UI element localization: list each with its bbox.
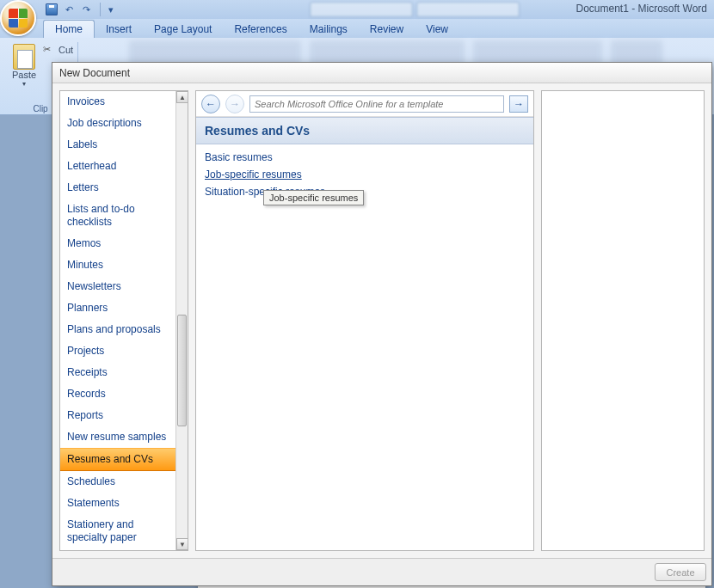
arrow-right-icon: → xyxy=(514,98,524,110)
category-item[interactable]: Time sheets xyxy=(60,548,175,550)
category-item[interactable]: Planners xyxy=(60,297,175,319)
category-item[interactable]: Projects xyxy=(60,340,175,362)
template-subcategory-list: Basic resumesJob-specific resumesSituati… xyxy=(196,144,533,205)
category-item[interactable]: Reports xyxy=(60,405,175,426)
scissors-icon: ✂ xyxy=(43,44,55,56)
paste-label: Paste xyxy=(12,70,36,80)
tab-insert[interactable]: Insert xyxy=(95,21,143,38)
scroll-down-button[interactable]: ▼ xyxy=(176,538,188,550)
template-toolbar: ← → → xyxy=(196,91,533,117)
new-document-dialog: New Document InvoicesJob descriptionsLab… xyxy=(52,62,712,586)
dialog-footer: Create xyxy=(52,558,711,585)
tab-review[interactable]: Review xyxy=(359,21,415,38)
template-category-sidebar: InvoicesJob descriptionsLabelsLetterhead… xyxy=(59,90,188,551)
qat-customize[interactable]: ▾ xyxy=(102,1,120,18)
paste-button[interactable]: Paste ▾ xyxy=(8,42,40,88)
office-logo-icon xyxy=(9,9,28,28)
sidebar-scrollbar[interactable]: ▲ ▼ xyxy=(175,91,188,550)
template-subcategory-link[interactable]: Basic resumes xyxy=(205,151,273,163)
tab-references[interactable]: References xyxy=(223,21,298,38)
template-subcategory-link[interactable]: Job-specific resumes xyxy=(205,168,302,181)
category-item[interactable]: Newsletters xyxy=(60,276,175,297)
window-title: Document1 - Microsoft Word xyxy=(576,3,708,15)
save-icon xyxy=(46,3,58,15)
qat-separator xyxy=(96,3,101,16)
category-item[interactable]: Minutes xyxy=(60,254,175,276)
category-item[interactable]: New resume samples xyxy=(60,426,175,448)
search-go-button[interactable]: → xyxy=(509,95,528,113)
tab-page-layout[interactable]: Page Layout xyxy=(143,21,223,38)
ribbon-tabs: Home Insert Page Layout References Maili… xyxy=(0,19,714,38)
cut-label: Cut xyxy=(58,45,73,55)
category-item[interactable]: Schedules xyxy=(60,471,175,493)
category-item[interactable]: Letterhead xyxy=(60,156,175,177)
qat-undo[interactable]: ↶ xyxy=(60,1,77,18)
arrow-right-icon: → xyxy=(230,98,240,110)
category-item[interactable]: Statements xyxy=(60,493,175,514)
category-item[interactable]: Lists and to-do checklists xyxy=(60,199,175,233)
category-item[interactable]: Receipts xyxy=(60,362,175,383)
category-item[interactable]: Stationery and specialty paper xyxy=(60,514,175,548)
category-item[interactable]: Letters xyxy=(60,177,175,199)
template-search-input[interactable] xyxy=(249,95,504,113)
create-button[interactable]: Create xyxy=(655,563,706,581)
qat-save[interactable] xyxy=(43,1,60,18)
titlebar: ↶ ↷ ▾ Document1 - Microsoft Word xyxy=(0,0,714,19)
category-item[interactable]: Resumes and CVs xyxy=(60,448,175,471)
tab-home[interactable]: Home xyxy=(43,20,95,38)
tooltip: Job-specific resumes xyxy=(263,190,364,205)
tab-view[interactable]: View xyxy=(415,21,459,38)
category-item[interactable]: Plans and proposals xyxy=(60,319,175,340)
scroll-up-button[interactable]: ▲ xyxy=(176,91,188,103)
scroll-thumb[interactable] xyxy=(177,315,187,426)
dialog-body: InvoicesJob descriptionsLabelsLetterhead… xyxy=(52,83,711,558)
cut-button[interactable]: ✂ Cut xyxy=(43,44,73,56)
quick-access-toolbar: ↶ ↷ ▾ xyxy=(43,0,120,19)
arrow-left-icon: ← xyxy=(206,98,216,110)
nav-back-button[interactable]: ← xyxy=(201,95,220,113)
template-main-pane: ← → → Resumes and CVs Basic resumesJob-s… xyxy=(195,90,534,551)
category-item[interactable]: Labels xyxy=(60,134,175,156)
template-preview-pane xyxy=(541,90,705,551)
category-item[interactable]: Invoices xyxy=(60,91,175,113)
tab-mailings[interactable]: Mailings xyxy=(299,21,359,38)
office-button[interactable] xyxy=(0,0,36,36)
paste-icon xyxy=(13,44,35,70)
qat-redo[interactable]: ↷ xyxy=(77,1,95,18)
dialog-title: New Document xyxy=(52,63,711,83)
template-heading: Resumes and CVs xyxy=(196,117,533,144)
category-item[interactable]: Job descriptions xyxy=(60,113,175,134)
category-item[interactable]: Memos xyxy=(60,233,175,254)
category-item[interactable]: Records xyxy=(60,383,175,405)
paste-dropdown-icon[interactable]: ▾ xyxy=(22,80,26,88)
background-window-tabs xyxy=(310,2,520,17)
nav-forward-button[interactable]: → xyxy=(225,95,244,113)
